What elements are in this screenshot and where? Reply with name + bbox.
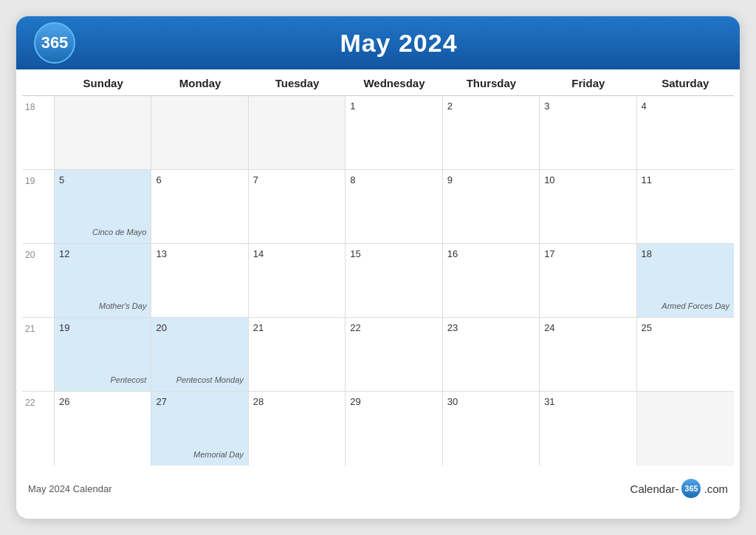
event-label: Pentecost <box>111 375 147 385</box>
day-cell-27[interactable]: 27Memorial Day <box>151 392 248 466</box>
day-cell-13[interactable]: 13 <box>151 244 248 318</box>
day-number: 31 <box>544 396 631 407</box>
day-cell-29[interactable]: 29 <box>346 392 442 466</box>
day-number: 28 <box>253 396 340 407</box>
day-cell-empty-w0d0[interactable] <box>55 96 151 170</box>
day-cell-3[interactable]: 3 <box>540 96 636 170</box>
week-number-20: 20 <box>22 244 55 318</box>
day-number: 14 <box>253 248 340 259</box>
dow-saturday: Saturday <box>637 69 734 95</box>
day-number: 25 <box>642 322 729 333</box>
day-number: 2 <box>447 100 535 112</box>
dow-tuesday: Tuesday <box>249 69 346 95</box>
day-number: 4 <box>642 100 729 112</box>
day-cell-8[interactable]: 8 <box>346 170 442 244</box>
day-cell-30[interactable]: 30 <box>443 392 540 466</box>
calendar-title: May 2024 <box>75 29 722 58</box>
day-cell-31[interactable]: 31 <box>540 392 636 466</box>
week-number-22: 22 <box>22 392 55 466</box>
day-number: 30 <box>447 396 535 407</box>
day-cell-23[interactable]: 23 <box>443 318 540 392</box>
day-number: 13 <box>156 248 243 259</box>
day-number: 6 <box>156 174 243 185</box>
day-number: 3 <box>544 100 631 112</box>
day-cell-24[interactable]: 24 <box>540 318 636 392</box>
day-number: 7 <box>253 174 340 185</box>
day-cell-17[interactable]: 17 <box>540 244 636 318</box>
week-number-18: 18 <box>22 96 55 170</box>
day-cell-4[interactable]: 4 <box>637 96 734 170</box>
day-number: 20 <box>156 322 243 333</box>
footer-logo-badge: 365 <box>681 479 701 498</box>
day-number: 5 <box>59 174 146 185</box>
day-number: 11 <box>642 174 729 185</box>
day-cell-empty-w0d2[interactable] <box>249 96 346 170</box>
calendar-footer: May 2024 Calendar Calendar- 365 .com <box>16 471 740 502</box>
logo-badge: 365 <box>34 22 75 64</box>
day-cell-25[interactable]: 25 <box>637 318 734 392</box>
day-cell-21[interactable]: 21 <box>249 318 346 392</box>
day-cell-20[interactable]: 20Pentecost Monday <box>151 318 248 392</box>
day-number: 18 <box>642 248 729 259</box>
day-number: 26 <box>59 396 146 407</box>
day-number: 24 <box>544 322 631 333</box>
dow-monday: Monday <box>151 69 248 95</box>
day-cell-14[interactable]: 14 <box>249 244 346 318</box>
day-cell-6[interactable]: 6 <box>151 170 248 244</box>
footer-logo-pre: Calendar- <box>630 483 679 495</box>
event-label: Cinco de Mayo <box>92 228 146 237</box>
event-label: Armed Forces Day <box>662 301 729 311</box>
day-of-week-headers: Sunday Monday Tuesday Wednesday Thursday… <box>22 69 734 96</box>
day-number: 16 <box>447 248 535 259</box>
calendar-grid: Sunday Monday Tuesday Wednesday Thursday… <box>16 69 740 471</box>
day-number: 21 <box>253 322 340 333</box>
dow-thursday: Thursday <box>443 69 540 95</box>
day-cell-18[interactable]: 18Armed Forces Day <box>637 244 734 318</box>
day-cell-7[interactable]: 7 <box>249 170 346 244</box>
day-number: 12 <box>59 248 146 259</box>
day-number: 9 <box>447 174 535 185</box>
day-cell-28[interactable]: 28 <box>249 392 346 466</box>
week-num-spacer <box>22 69 55 95</box>
day-cell-5[interactable]: 5Cinco de Mayo <box>55 170 151 244</box>
calendar-body: 181234195Cinco de Mayo678910112012Mother… <box>22 96 734 466</box>
day-cell-9[interactable]: 9 <box>443 170 540 244</box>
footer-logo-post: .com <box>704 483 728 495</box>
day-number: 22 <box>350 322 437 333</box>
event-label: Mother's Day <box>99 301 146 311</box>
footer-logo: Calendar- 365 .com <box>630 479 728 498</box>
day-number: 8 <box>350 174 437 185</box>
week-number-19: 19 <box>22 170 55 244</box>
day-cell-10[interactable]: 10 <box>540 170 636 244</box>
day-cell-12[interactable]: 12Mother's Day <box>55 244 151 318</box>
calendar-header: 365 May 2024 <box>16 16 740 69</box>
day-number: 10 <box>544 174 631 185</box>
day-number: 15 <box>350 248 437 259</box>
day-number: 19 <box>59 322 146 333</box>
day-cell-empty-w4d6[interactable] <box>637 392 734 466</box>
week-number-21: 21 <box>22 318 55 392</box>
day-cell-2[interactable]: 2 <box>443 96 540 170</box>
day-cell-19[interactable]: 19Pentecost <box>55 318 151 392</box>
day-number: 29 <box>350 396 437 407</box>
day-cell-11[interactable]: 11 <box>637 170 734 244</box>
footer-left-text: May 2024 Calendar <box>28 483 111 494</box>
calendar-container: 365 May 2024 Sunday Monday Tuesday Wedne… <box>16 16 740 519</box>
dow-sunday: Sunday <box>55 69 151 95</box>
day-number: 1 <box>350 100 437 112</box>
day-number: 23 <box>447 322 535 333</box>
day-number: 27 <box>156 396 243 407</box>
dow-wednesday: Wednesday <box>346 69 442 95</box>
day-cell-26[interactable]: 26 <box>55 392 151 466</box>
event-label: Memorial Day <box>193 450 244 460</box>
day-number: 17 <box>544 248 631 259</box>
day-cell-15[interactable]: 15 <box>346 244 442 318</box>
event-label: Pentecost Monday <box>176 375 244 385</box>
day-cell-22[interactable]: 22 <box>346 318 442 392</box>
day-cell-empty-w0d1[interactable] <box>151 96 248 170</box>
dow-friday: Friday <box>540 69 636 95</box>
day-cell-1[interactable]: 1 <box>346 96 442 170</box>
day-cell-16[interactable]: 16 <box>443 244 540 318</box>
